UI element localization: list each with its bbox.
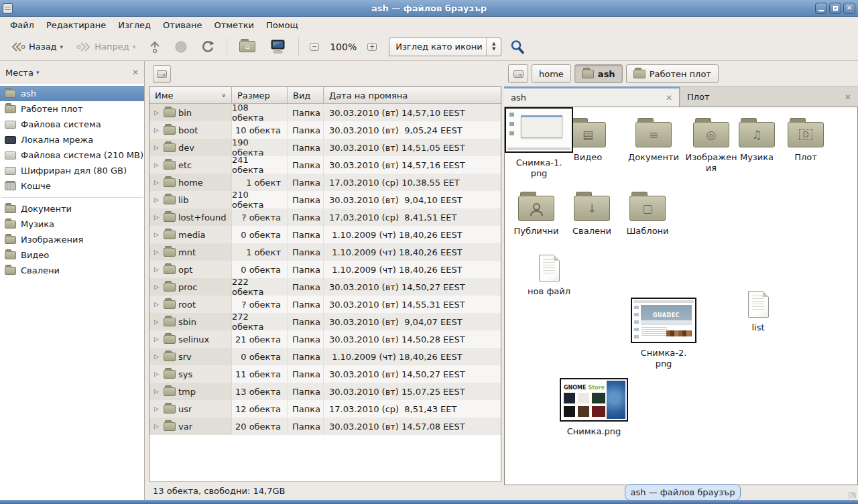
expander-icon[interactable] — [152, 109, 161, 116]
expander-icon[interactable] — [152, 196, 161, 203]
forward-button[interactable]: Напред ▾ — [71, 36, 141, 58]
table-row[interactable]: proc 222 обекта Папка 30.03.2010 (вт) 14… — [149, 278, 501, 296]
column-header-name[interactable]: Име∨ — [149, 87, 232, 104]
table-row[interactable]: bin 108 обекта Папка 30.03.2010 (вт) 14,… — [149, 104, 501, 121]
places-item[interactable]: Кошче — [0, 178, 144, 194]
table-row[interactable]: boot 10 обекта Папка 30.03.2010 (вт) 9,0… — [149, 121, 501, 139]
expander-icon[interactable] — [152, 179, 161, 186]
expander-icon[interactable] — [152, 405, 161, 412]
expander-icon[interactable] — [152, 162, 161, 168]
places-item[interactable]: Видео — [0, 247, 144, 263]
table-row[interactable]: opt 0 обекта Папка 1.10.2009 (чт) 18,40,… — [149, 261, 501, 278]
minimize-button[interactable] — [815, 3, 827, 14]
breadcrumb-root-button[interactable] — [508, 64, 528, 83]
table-row[interactable]: var 20 обекта Папка 30.03.2010 (вт) 14,5… — [149, 418, 501, 435]
places-item[interactable]: Файлова система (210 MB) — [0, 147, 144, 163]
menu-item[interactable]: Отметки — [208, 18, 259, 32]
table-row[interactable]: etc 241 обекта Папка 30.03.2010 (вт) 14,… — [149, 156, 501, 174]
list-item[interactable]: GUADEC GNOMEStore Публични — [509, 190, 563, 237]
column-header-type[interactable]: Вид — [288, 87, 324, 104]
list-item[interactable]: ≡ GUADEC GNOMEStore — [627, 117, 680, 163]
computer-button[interactable] — [263, 36, 292, 58]
list-item[interactable]: ♫ GUADEC GNOMEStore — [730, 117, 784, 163]
places-item[interactable]: Документи — [0, 201, 144, 216]
up-button[interactable] — [143, 36, 166, 58]
places-item[interactable]: Локална мрежа — [0, 132, 144, 147]
taskbar-window-button[interactable]: ash — файлов браузър — [625, 484, 741, 501]
list-item[interactable]: D GUADEC GNOMEStore — [779, 117, 833, 163]
breadcrumb-desktop-button[interactable]: Работен плот — [626, 64, 719, 83]
expander-icon[interactable] — [152, 249, 161, 255]
forward-dropdown-icon[interactable]: ▾ — [133, 44, 136, 50]
table-row[interactable]: selinux 21 обекта Папка 30.03.2010 (вт) … — [149, 330, 501, 348]
expander-icon[interactable] — [152, 301, 161, 308]
maximize-button[interactable] — [829, 3, 841, 14]
reload-button[interactable] — [196, 36, 220, 58]
table-row[interactable]: tmp 13 обекта Папка 30.03.2010 (вт) 15,0… — [149, 383, 501, 400]
places-item[interactable]: Музика — [0, 216, 144, 232]
filesystem-root-button[interactable] — [153, 65, 171, 83]
stop-button[interactable] — [169, 36, 193, 58]
places-item[interactable]: Работен плот — [0, 101, 144, 117]
expander-icon[interactable] — [152, 284, 161, 290]
expander-icon[interactable] — [152, 214, 161, 220]
expander-icon[interactable] — [152, 144, 161, 151]
table-row[interactable]: lost+found ? обекта Папка 17.03.2010 (ср… — [149, 208, 501, 226]
expander-icon[interactable] — [152, 336, 161, 342]
column-header-date[interactable]: Дата на промяна — [324, 87, 501, 104]
table-row[interactable]: srv 0 обекта Папка 1.10.2009 (чт) 18,40,… — [149, 348, 501, 365]
expander-icon[interactable] — [152, 318, 161, 325]
expander-icon[interactable] — [152, 371, 161, 377]
zoom-out-button[interactable]: − — [306, 38, 323, 56]
list-item[interactable]: GUADEC GNOMEStore нов файл — [515, 252, 583, 297]
table-row[interactable]: root ? обекта Папка 30.03.2010 (вт) 14,5… — [149, 296, 501, 313]
breadcrumb-home-button[interactable]: home — [532, 64, 571, 83]
list-item[interactable]: GUADEC GNOMEStore list — [721, 288, 796, 333]
places-dropdown-icon[interactable]: ▾ — [36, 69, 40, 76]
list-item[interactable]: GUADEC GNOMEStore Снимка.png — [559, 378, 629, 437]
table-row[interactable]: dev 190 обекта Папка 30.03.2010 (вт) 14,… — [149, 139, 501, 156]
home-button[interactable]: ⌂ — [234, 36, 261, 58]
spinner-icon[interactable]: ▲▼ — [486, 38, 501, 56]
places-item[interactable]: Шифриран дял (80 GB) — [0, 163, 144, 178]
back-button[interactable]: Назад ▾ — [5, 36, 68, 58]
places-close-icon[interactable]: ✕ — [132, 68, 139, 77]
tab-close-icon[interactable]: ✕ — [837, 92, 851, 102]
tab-desktop[interactable]: Плот ✕ — [680, 86, 858, 107]
column-header-size[interactable]: Размер — [232, 87, 288, 104]
table-row[interactable]: usr 12 обекта Папка 17.03.2010 (ср) 8,51… — [149, 400, 501, 418]
expander-icon[interactable] — [152, 266, 161, 273]
expander-icon[interactable] — [152, 231, 161, 238]
expander-icon[interactable] — [152, 423, 161, 430]
places-item[interactable]: Файлова система — [0, 117, 144, 132]
tab-close-icon[interactable]: ✕ — [658, 93, 672, 103]
menu-item[interactable]: Помощ — [260, 18, 304, 32]
search-button[interactable] — [504, 36, 531, 58]
table-row[interactable]: home 1 обект Папка 17.03.2010 (ср) 10,38… — [149, 174, 501, 191]
places-item[interactable]: Изображения — [0, 232, 144, 247]
places-item[interactable]: Свалени — [0, 263, 144, 278]
menu-item[interactable]: Файл — [4, 18, 40, 32]
menu-item[interactable]: Отиване — [157, 18, 208, 32]
table-row[interactable]: media 0 обекта Папка 1.10.2009 (чт) 18,4… — [149, 226, 501, 243]
table-row[interactable]: sbin 272 обекта Папка 30.03.2010 (вт) 9,… — [149, 313, 501, 330]
tab-ash[interactable]: ash ✕ — [504, 86, 680, 107]
resize-grip[interactable] — [848, 492, 856, 499]
places-item[interactable]: ash — [0, 86, 144, 101]
expander-icon[interactable] — [152, 353, 161, 360]
menu-item[interactable]: Редактиране — [40, 18, 112, 32]
list-item[interactable]: ↓ GUADEC GNOMEStore — [565, 190, 619, 237]
table-row[interactable]: lib 210 обекта Папка 30.03.2010 (вт) 9,0… — [149, 191, 501, 208]
table-row[interactable]: sys 11 обекта Папка 30.03.2010 (вт) 14,5… — [149, 365, 501, 383]
list-item[interactable]: GUADEC GNOMEStore Снимка-2. png — [637, 298, 690, 370]
table-row[interactable]: mnt 1 обект Папка 1.10.2009 (чт) 18,40,2… — [149, 243, 501, 261]
expander-icon[interactable] — [152, 388, 161, 395]
list-item[interactable]: GUADEC GNOMEStore Снимка-1. png — [505, 107, 573, 180]
close-button[interactable]: ✕ — [843, 3, 855, 14]
expander-icon[interactable] — [152, 127, 161, 133]
menu-item[interactable]: Изглед — [112, 18, 157, 32]
breadcrumb-ash-button[interactable]: ash — [574, 64, 623, 83]
back-dropdown-icon[interactable]: ▾ — [60, 44, 64, 50]
list-item[interactable]: ▢ GUADEC GNOMEStore — [621, 190, 674, 237]
zoom-in-button[interactable]: + — [363, 38, 381, 56]
